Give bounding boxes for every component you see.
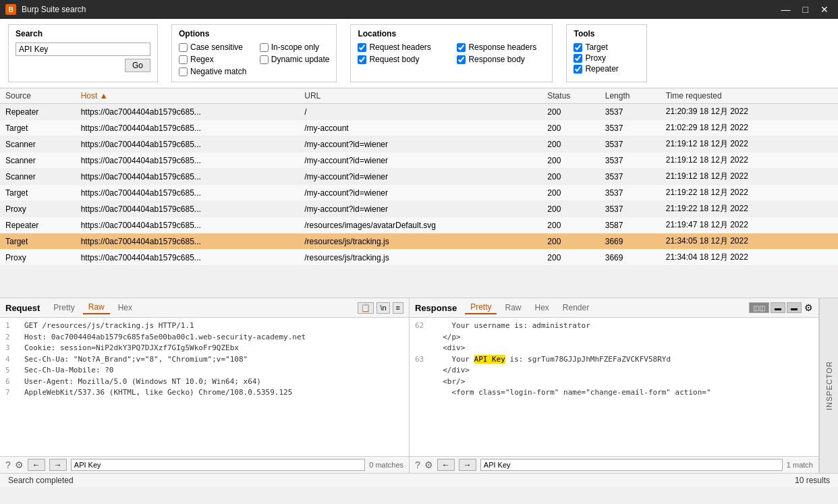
cell-time: 21:34:04 18 12月 2022 (661, 250, 820, 266)
close-button[interactable]: ✕ (816, 4, 833, 15)
bottom-panel: Request Pretty Raw Hex 📋 \n ≡ 1 GET /res… (0, 298, 838, 473)
col-url[interactable]: URL (299, 88, 542, 104)
response-tab-hex[interactable]: Hex (530, 302, 555, 314)
response-footer-gear-icon[interactable]: ⚙ (424, 459, 433, 470)
response-footer-search[interactable] (480, 459, 783, 471)
search-section-title: Search (16, 29, 150, 38)
cell-host: https://0ac7004404ab1579c685... (76, 250, 300, 266)
col-length[interactable]: Length (600, 88, 661, 104)
minimize-button[interactable]: — (777, 4, 795, 15)
proxy-tool-checkbox[interactable] (574, 54, 582, 63)
response-footer-next-btn[interactable]: → (459, 459, 476, 471)
view-toggle-split[interactable]: ◫◫ (749, 302, 769, 313)
dynamic-update-checkbox[interactable] (260, 55, 269, 64)
request-line: 4 Sec-Ch-Ua: "Not?A_Brand";v="8", "Chrom… (5, 354, 403, 366)
table-row[interactable]: Proxyhttps://0ac7004404ab1579c685.../res… (0, 250, 838, 266)
cell-extra (820, 201, 838, 217)
title-bar: B Burp Suite search — □ ✕ (0, 0, 838, 19)
target-tool-checkbox[interactable] (574, 43, 582, 52)
request-footer-search[interactable] (71, 459, 365, 471)
cell-source: Scanner (0, 169, 76, 185)
negative-match-checkbox[interactable] (179, 67, 188, 76)
go-button[interactable]: Go (125, 59, 150, 72)
response-headers-row: Response headers (457, 43, 545, 52)
title-bar-controls[interactable]: — □ ✕ (777, 4, 833, 15)
table-row[interactable]: Scannerhttps://0ac7004404ab1579c685.../m… (0, 152, 838, 169)
request-footer-help-icon[interactable]: ? (5, 459, 11, 470)
table-row[interactable]: Repeaterhttps://0ac7004404ab1579c685.../… (0, 217, 838, 233)
response-tab-pretty[interactable]: Pretty (465, 301, 497, 314)
cell-host: https://0ac7004404ab1579c685... (76, 169, 300, 185)
cell-length: 3537 (600, 169, 661, 185)
cell-extra (820, 233, 838, 250)
request-wrap-btn[interactable]: ≡ (393, 302, 403, 314)
request-tab-hex[interactable]: Hex (113, 302, 138, 314)
col-status[interactable]: Status (542, 88, 599, 104)
cell-length: 3537 (600, 185, 661, 201)
cell-host: https://0ac7004404ab1579c685... (76, 217, 300, 233)
search-input[interactable] (16, 43, 150, 56)
request-newline-btn[interactable]: \n (376, 302, 389, 314)
table-row[interactable]: Targethttps://0ac7004404ab1579c685.../my… (0, 185, 838, 201)
response-headers-checkbox[interactable] (457, 43, 466, 52)
cell-length: 3669 (600, 250, 661, 266)
table-row[interactable]: Scannerhttps://0ac7004404ab1579c685.../m… (0, 169, 838, 185)
request-copy-btn[interactable]: 📋 (358, 302, 374, 314)
col-source[interactable]: Source (0, 88, 76, 104)
maximize-button[interactable]: □ (799, 4, 812, 15)
cell-url: /my-account?id=wiener (299, 185, 542, 201)
cell-length: 3537 (600, 120, 661, 136)
cell-extra (820, 217, 838, 233)
table-row[interactable]: Proxyhttps://0ac7004404ab1579c685.../my-… (0, 201, 838, 217)
table-row[interactable]: Scannerhttps://0ac7004404ab1579c685.../m… (0, 136, 838, 152)
regex-checkbox[interactable] (179, 55, 188, 64)
response-footer-prev-btn[interactable]: ← (437, 459, 455, 471)
cell-url: /resources/images/avatarDefault.svg (299, 217, 542, 233)
cell-extra (820, 185, 838, 201)
cell-url: /my-account?id=wiener (299, 201, 542, 217)
response-body-checkbox[interactable] (457, 55, 466, 64)
cell-time: 21:19:12 18 12月 2022 (661, 136, 820, 152)
col-host[interactable]: Host ▲ (76, 88, 300, 104)
table-row[interactable]: Repeaterhttps://0ac7004404ab1579c685.../… (0, 104, 838, 120)
cell-source: Repeater (0, 217, 76, 233)
cell-time: 21:19:22 18 12月 2022 (661, 185, 820, 201)
request-tab-raw[interactable]: Raw (83, 301, 110, 314)
app-icon: B (5, 4, 16, 15)
request-footer-gear-icon[interactable]: ⚙ (15, 459, 24, 470)
case-sensitive-checkbox[interactable] (179, 43, 188, 52)
api-key-highlight: API Key (474, 355, 505, 364)
view-toggle-single2[interactable]: ▬ (787, 302, 802, 313)
view-toggle-single1[interactable]: ▬ (771, 302, 785, 313)
request-footer-next-btn[interactable]: → (49, 459, 67, 471)
repeater-tool-checkbox[interactable] (574, 65, 582, 74)
response-gear-icon[interactable]: ⚙ (804, 302, 813, 313)
cell-time: 21:19:12 18 12月 2022 (661, 152, 820, 169)
request-body-checkbox[interactable] (358, 55, 366, 64)
request-headers-row: Request headers (358, 43, 446, 52)
request-footer-prev-btn[interactable]: ← (28, 459, 45, 471)
response-line: <div> (415, 343, 813, 354)
response-tab-raw[interactable]: Raw (499, 302, 526, 314)
cell-status: 200 (542, 250, 599, 266)
cell-status: 200 (542, 233, 599, 250)
title-bar-left: B Burp Suite search (5, 4, 86, 15)
request-headers-checkbox[interactable] (358, 43, 366, 52)
request-body-row: Request body (358, 55, 446, 64)
in-scope-only-checkbox[interactable] (260, 43, 269, 52)
cell-extra (820, 250, 838, 266)
table-row[interactable]: Targethttps://0ac7004404ab1579c685.../re… (0, 233, 838, 250)
request-pane-icons: 📋 \n ≡ (358, 302, 403, 314)
response-footer-help-icon[interactable]: ? (415, 459, 420, 470)
cell-source: Target (0, 233, 76, 250)
case-sensitive-label: Case sensitive (190, 43, 243, 52)
results-table-wrapper: Source Host ▲ URL Status Length Time req… (0, 88, 838, 298)
request-tab-pretty[interactable]: Pretty (48, 302, 80, 314)
response-tab-render[interactable]: Render (557, 302, 594, 314)
col-time[interactable]: Time requested (661, 88, 820, 104)
table-row[interactable]: Targethttps://0ac7004404ab1579c685.../my… (0, 120, 838, 136)
cell-host: https://0ac7004404ab1579c685... (76, 152, 300, 169)
request-pane-title: Request (5, 303, 40, 313)
request-line: 7 AppleWebKit/537.36 (KHTML, like Gecko)… (5, 387, 403, 399)
request-pane-content: 1 GET /resources/js/tracking.js HTTP/1.1… (0, 318, 409, 456)
